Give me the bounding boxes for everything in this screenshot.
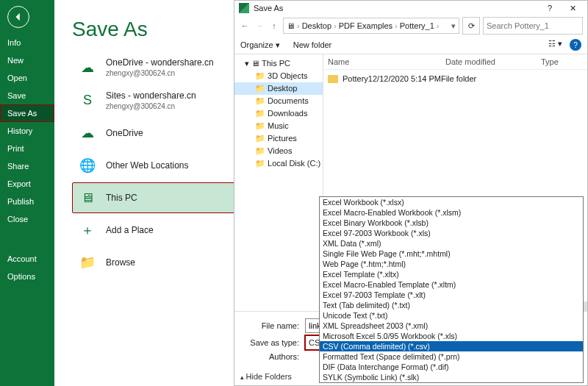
location-icon: 🌐 [78,156,97,175]
sidebar-item-info[interactable]: Info [0,34,54,51]
sidebar-item-publish[interactable]: Publish [0,193,54,210]
crumb-desktop[interactable]: Desktop [302,21,331,30]
tree-node-documents[interactable]: 📁 Documents [234,95,323,107]
filetype-option[interactable]: XML Data (*.xml) [320,238,583,249]
location-icon: ☁ [78,58,97,77]
filetype-option[interactable]: Excel 97-2003 Workbook (*.xls) [320,228,583,238]
sidebar-item-export[interactable]: Export [0,175,54,193]
sidebar-item-history[interactable]: History [0,122,54,140]
filetype-option[interactable]: Formatted Text (Space delimited) (*.prn) [320,351,583,362]
filetype-option[interactable]: Excel Workbook (*.xlsx) [320,197,583,207]
pc-icon: 🖥 [287,21,295,30]
filetype-option[interactable]: Excel 97-2003 Template (*.xlt) [320,290,583,300]
sidebar-item-new[interactable]: New [0,51,54,69]
savetype-label: Save as type: [240,338,305,347]
crumb-pdf[interactable]: PDF Examples [339,21,392,30]
location-onedrive-wondershare-cn[interactable]: ☁OneDrive - wondershare.cnzhengxy@300624… [72,51,251,83]
page-title: Save As [72,18,251,41]
backstage-sidebar: InfoNewOpenSaveSave AsHistoryPrintShareE… [0,0,54,386]
location-icon: 🖥 [78,188,97,207]
new-folder-button[interactable]: New folder [293,40,332,49]
sidebar-item-options[interactable]: Options [0,268,54,285]
location-icon: 📁 [78,253,97,272]
tree-node-desktop[interactable]: 📁 Desktop [234,82,323,95]
refresh-button[interactable]: ⟳ [462,17,480,35]
search-input[interactable] [483,17,583,35]
tree-node-music[interactable]: 📁 Music [234,120,323,132]
hide-folders-button[interactable]: Hide Folders [240,372,292,381]
sidebar-item-save[interactable]: Save [0,87,54,104]
col-name[interactable]: Name [328,57,445,66]
filetype-option[interactable]: Single File Web Page (*.mht;*.mhtml) [320,249,583,259]
filename-label: File name: [240,321,305,330]
filetype-option[interactable]: Unicode Text (*.txt) [320,310,583,321]
nav-up-icon[interactable]: ↑ [268,21,280,30]
filetype-option[interactable]: Text (Tab delimited) (*.txt) [320,300,583,310]
close-button[interactable]: ✕ [562,4,583,13]
tree-node-pictures[interactable]: 📁 Pictures [234,132,323,145]
location-this-pc[interactable]: 🖥This PC [72,182,251,213]
folder-icon [328,75,338,83]
filetype-option[interactable]: Excel Add-In (*.xlam) [320,382,583,383]
tree-node-downloads[interactable]: 📁 Downloads [234,107,323,120]
sidebar-item-print[interactable]: Print [0,140,54,157]
sidebar-item-save-as[interactable]: Save As [0,104,54,122]
crumb-pottery[interactable]: Pottery_1 [400,21,434,30]
sidebar-item-account[interactable]: Account [0,250,54,268]
col-date[interactable]: Date modified [445,57,541,66]
save-as-panel: Save As ☁OneDrive - wondershare.cnzhengx… [54,0,263,386]
location-other-web-locations[interactable]: 🌐Other Web Locations [72,150,251,181]
filetype-option[interactable]: Microsoft Excel 5.0/95 Workbook (*.xls) [320,331,583,341]
breadcrumb[interactable]: 🖥 › Desktop › PDF Examples › Pottery_1 ›… [283,18,459,34]
authors-label: Authors: [240,352,305,361]
location-onedrive[interactable]: ☁OneDrive [72,118,251,149]
filetype-option[interactable]: Excel Template (*.xltx) [320,269,583,279]
col-type[interactable]: Type [541,57,588,66]
filetype-option[interactable]: Excel Macro-Enabled Template (*.xltm) [320,279,583,290]
tree-node-local-disk-c-[interactable]: 📁 Local Disk (C:) [234,157,323,170]
back-button[interactable] [7,6,29,28]
location-icon: ＋ [78,221,97,240]
view-options-icon[interactable]: ☷ ▾ [548,39,562,51]
dialog-title: Save As [254,4,283,12]
location-browse[interactable]: 📁Browse [72,247,251,278]
help-icon[interactable]: ? [570,39,581,51]
folder-tree: ▾ 🖥 This PC📁 3D Objects📁 Desktop📁 Docume… [234,54,323,311]
filetype-option[interactable]: CSV (Comma delimited) (*.csv) [320,341,583,351]
sidebar-item-open[interactable]: Open [0,69,54,87]
sidebar-item-share[interactable]: Share [0,157,54,175]
nav-forward-icon[interactable]: → [254,21,265,30]
filetype-option[interactable]: Excel Binary Workbook (*.xlsb) [320,218,583,228]
location-icon: ☁ [78,124,97,143]
organize-menu[interactable]: Organize ▾ [240,40,280,50]
sidebar-item-close[interactable]: Close [0,210,54,228]
filetype-option[interactable]: DIF (Data Interchange Format) (*.dif) [320,362,583,372]
filetype-dropdown-list[interactable]: Excel Workbook (*.xlsx)Excel Macro-Enabl… [319,196,584,383]
filetype-option[interactable]: Web Page (*.htm;*.html) [320,259,583,269]
tree-node-this-pc[interactable]: ▾ 🖥 This PC [234,57,323,70]
file-row[interactable]: Pottery12/12/2020 5:14 PMFile folder [328,73,583,85]
tree-node-videos[interactable]: 📁 Videos [234,145,323,157]
nav-back-icon[interactable]: ← [239,21,251,30]
excel-icon [239,3,249,13]
filetype-option[interactable]: Excel Macro-Enabled Workbook (*.xlsm) [320,207,583,218]
location-sites-wondershare-cn[interactable]: SSites - wondershare.cnzhengxy@300624.cn [72,85,251,116]
tree-node-3d-objects[interactable]: 📁 3D Objects [234,70,323,82]
location-icon: S [78,91,97,110]
filetype-option[interactable]: XML Spreadsheet 2003 (*.xml) [320,321,583,331]
location-add-a-place[interactable]: ＋Add a Place [72,215,251,246]
filetype-option[interactable]: SYLK (Symbolic Link) (*.slk) [320,372,583,382]
help-button[interactable]: ? [539,4,560,12]
